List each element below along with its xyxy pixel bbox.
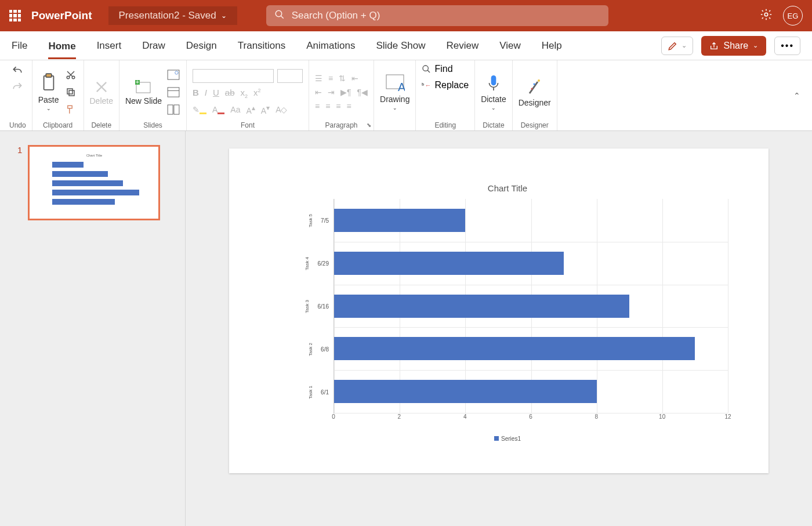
svg-rect-7 xyxy=(69,90,74,96)
align-right-icon[interactable]: ≡ xyxy=(336,101,340,111)
font-size-select[interactable] xyxy=(277,69,303,83)
paste-button[interactable]: Paste ⌄ xyxy=(38,73,59,111)
tab-animations[interactable]: Animations xyxy=(306,38,355,54)
group-paragraph-label: Paragraph xyxy=(325,121,358,129)
cut-icon[interactable] xyxy=(64,68,78,82)
delete-button: Delete xyxy=(90,79,113,106)
group-clipboard-label: Clipboard xyxy=(43,121,72,129)
indent-left-icon[interactable]: ⇤ xyxy=(315,88,322,97)
dialog-launcher-icon[interactable]: ⬊ xyxy=(367,122,371,128)
group-drawing-label xyxy=(394,121,396,129)
document-title: Presentation2 - Saved xyxy=(119,10,216,21)
align-center-icon[interactable]: ≡ xyxy=(325,101,330,111)
ltr-icon[interactable]: ▶¶ xyxy=(340,88,351,97)
numbers-icon[interactable]: ≡ xyxy=(328,74,333,83)
legend-swatch-icon xyxy=(494,436,499,441)
tab-insert[interactable]: Insert xyxy=(97,38,122,54)
ribbon-tabs: File Home Insert Draw Design Transitions… xyxy=(0,31,812,60)
tab-review[interactable]: Review xyxy=(446,38,478,54)
tab-transitions[interactable]: Transitions xyxy=(238,38,286,54)
chevron-down-icon: ⌄ xyxy=(393,105,397,111)
search-input[interactable] xyxy=(292,10,600,21)
svg-point-13 xyxy=(175,71,178,74)
change-case-icon[interactable]: Aa xyxy=(230,105,240,114)
ribbon-collapse-icon[interactable]: ⌃ xyxy=(793,91,800,100)
clear-format-icon[interactable]: A◇ xyxy=(276,105,287,114)
drawing-button[interactable]: A Drawing ⌄ xyxy=(380,74,409,111)
rtl-icon[interactable]: ¶◀ xyxy=(357,88,368,97)
underline-icon[interactable]: U xyxy=(213,88,219,99)
delete-label: Delete xyxy=(90,96,113,106)
document-title-control[interactable]: Presentation2 - Saved ⌄ xyxy=(108,6,237,25)
chevron-down-icon: ⌄ xyxy=(491,105,496,111)
tab-draw[interactable]: Draw xyxy=(142,38,165,54)
reset-icon[interactable] xyxy=(166,85,180,99)
new-slide-button[interactable]: + New Slide xyxy=(125,78,162,106)
svg-line-1 xyxy=(281,16,284,19)
group-editing-label: Editing xyxy=(434,121,456,129)
chart[interactable]: Chart Title Task 16/1Task 26/8Task 36/16… xyxy=(287,183,728,450)
group-designer-label: Designer xyxy=(521,121,549,129)
thumbnail-panel[interactable]: 1 Chart Title xyxy=(0,131,186,526)
svg-point-23 xyxy=(538,79,540,82)
svg-point-20 xyxy=(423,66,428,71)
share-button[interactable]: Share ⌄ xyxy=(701,36,766,56)
bold-icon[interactable]: B xyxy=(193,88,199,99)
svg-rect-3 xyxy=(44,75,53,89)
tab-view[interactable]: View xyxy=(499,38,521,54)
tab-file[interactable]: File xyxy=(12,38,27,54)
grow-font-icon[interactable]: A▴ xyxy=(246,104,255,115)
svg-rect-8 xyxy=(67,89,72,94)
designer-button[interactable]: Designer xyxy=(519,77,551,107)
app-launcher-icon[interactable] xyxy=(9,10,21,21)
svg-text:+: + xyxy=(136,79,140,85)
copy-icon[interactable] xyxy=(64,85,78,99)
slide-canvas[interactable]: Chart Title Task 16/1Task 26/8Task 36/16… xyxy=(186,131,812,526)
dictate-button[interactable]: Dictate ⌄ xyxy=(481,74,506,111)
subscript-icon[interactable]: x2 xyxy=(241,88,248,99)
editing-mode-button[interactable]: ⌄ xyxy=(661,37,693,55)
linespacing-icon[interactable]: ⇅ xyxy=(339,74,346,83)
replace-label: Replace xyxy=(434,80,469,90)
indentless-icon[interactable]: ⇤ xyxy=(351,74,358,83)
group-slides-label: Slides xyxy=(143,121,162,129)
chevron-down-icon: ⌄ xyxy=(682,42,687,49)
mini-chart xyxy=(42,159,146,212)
shrink-font-icon[interactable]: A▾ xyxy=(261,104,270,115)
section-icon[interactable] xyxy=(166,103,180,117)
font-color-icon[interactable]: A xyxy=(212,105,224,114)
layout-icon[interactable] xyxy=(166,68,180,82)
tab-slideshow[interactable]: Slide Show xyxy=(376,38,425,54)
indent-right-icon[interactable]: ⇥ xyxy=(328,88,335,97)
search-icon xyxy=(274,9,285,22)
align-left-icon[interactable]: ≡ xyxy=(315,101,320,111)
more-options-button[interactable]: ••• xyxy=(774,37,800,55)
user-initials: EG xyxy=(788,12,799,20)
replace-button[interactable]: ᵇ← Replace xyxy=(422,80,469,90)
svg-rect-16 xyxy=(168,104,173,114)
svg-rect-4 xyxy=(46,74,52,77)
undo-icon[interactable] xyxy=(10,64,24,78)
italic-icon[interactable]: I xyxy=(205,88,207,99)
search-bar[interactable] xyxy=(266,5,608,26)
mini-chart-title: Chart Title xyxy=(86,154,102,157)
chevron-down-icon: ⌄ xyxy=(221,12,227,20)
highlight-color-icon[interactable]: ✎ xyxy=(193,105,206,114)
font-name-select[interactable] xyxy=(193,69,274,83)
tab-help[interactable]: Help xyxy=(542,38,562,54)
tab-home[interactable]: Home xyxy=(48,38,75,59)
paste-label: Paste xyxy=(38,95,59,104)
justify-icon[interactable]: ≡ xyxy=(347,101,351,111)
find-button[interactable]: Find xyxy=(422,64,452,74)
slide[interactable]: Chart Title Task 16/1Task 26/8Task 36/16… xyxy=(229,148,768,473)
user-avatar[interactable]: EG xyxy=(783,6,803,26)
settings-icon[interactable] xyxy=(760,8,773,23)
bullets-icon[interactable]: ☰ xyxy=(315,74,322,83)
format-painter-icon[interactable] xyxy=(64,103,78,117)
chart-x-axis: 024681012 xyxy=(334,413,728,425)
redo-icon[interactable] xyxy=(10,80,24,94)
slide-thumbnail[interactable]: Chart Title xyxy=(28,145,160,220)
tab-design[interactable]: Design xyxy=(186,38,217,54)
superscript-icon[interactable]: x2 xyxy=(253,88,261,99)
strike-icon[interactable]: ab xyxy=(225,88,235,99)
